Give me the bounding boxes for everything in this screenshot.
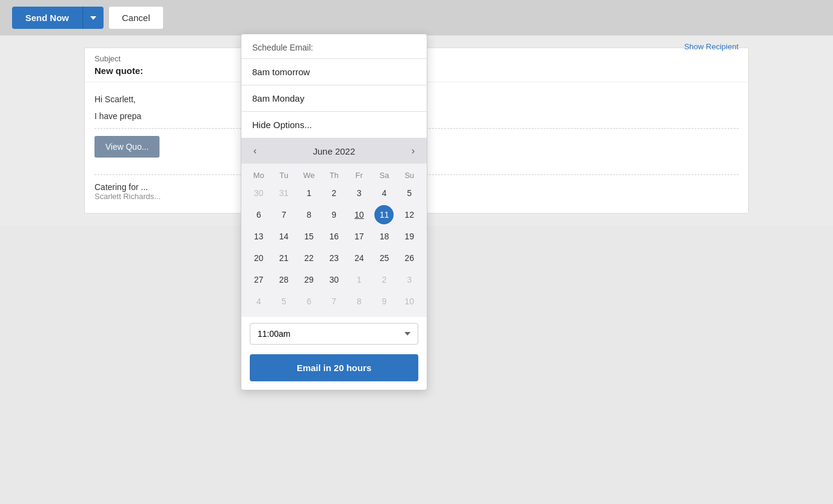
calendar-next-button[interactable]: › [408, 144, 418, 158]
calendar-header-row: Mo Tu We Th Fr Sa Su [246, 168, 422, 182]
chevron-down-icon [90, 16, 96, 20]
cal-day-26[interactable]: 26 [400, 248, 419, 268]
calendar-week-4: 20 21 22 23 24 25 26 [246, 247, 422, 269]
cal-day-27[interactable]: 27 [249, 270, 268, 289]
cal-day-2[interactable]: 2 [324, 183, 344, 203]
cal-day-15[interactable]: 15 [299, 227, 318, 246]
cal-header-we: We [296, 168, 321, 182]
calendar-month-label: June 2022 [313, 146, 355, 156]
calendar-week-6: 4 5 6 7 8 9 10 [246, 290, 422, 312]
cal-day-30-may[interactable]: 30 [249, 183, 268, 203]
time-section: 8:00am 9:00am 10:00am 11:00am 12:00pm 1:… [241, 317, 427, 351]
calendar-section: ‹ June 2022 › Mo Tu We Th Fr Sa Su 30 31… [241, 138, 427, 317]
cal-header-su: Su [397, 168, 422, 182]
cal-day-21[interactable]: 21 [274, 248, 294, 268]
cal-day-16[interactable]: 16 [324, 227, 344, 246]
cal-day-13[interactable]: 13 [249, 227, 268, 246]
cal-day-3-jul[interactable]: 3 [400, 270, 419, 289]
send-button-group: Send Now [12, 7, 104, 29]
cal-day-4-jul[interactable]: 4 [249, 292, 268, 311]
cal-day-6[interactable]: 6 [249, 205, 268, 224]
cal-header-fr: Fr [347, 168, 372, 182]
cal-day-2-jul[interactable]: 2 [374, 270, 394, 289]
toolbar: Send Now Cancel [0, 0, 833, 35]
cal-day-11-selected[interactable]: 11 [374, 205, 394, 224]
cal-day-20[interactable]: 20 [249, 248, 268, 268]
cal-day-7-jul[interactable]: 7 [324, 292, 344, 311]
cal-day-1[interactable]: 1 [299, 183, 318, 203]
send-now-button[interactable]: Send Now [12, 7, 82, 29]
cal-header-th: Th [321, 168, 347, 182]
cal-day-1-jul[interactable]: 1 [350, 270, 369, 289]
cal-day-8-jul[interactable]: 8 [350, 292, 369, 311]
cal-day-9-jul[interactable]: 9 [374, 292, 394, 311]
cal-day-9[interactable]: 9 [324, 205, 344, 224]
cal-day-29[interactable]: 29 [299, 270, 318, 289]
cal-day-5[interactable]: 5 [400, 183, 419, 203]
cal-day-14[interactable]: 14 [274, 227, 294, 246]
cal-day-28[interactable]: 28 [274, 270, 294, 289]
cal-day-19[interactable]: 19 [400, 227, 419, 246]
calendar-nav: ‹ June 2022 › [241, 138, 427, 164]
cal-day-30[interactable]: 30 [324, 270, 344, 289]
cal-header-mo: Mo [246, 168, 271, 182]
cal-day-25[interactable]: 25 [374, 248, 394, 268]
time-select[interactable]: 8:00am 9:00am 10:00am 11:00am 12:00pm 1:… [250, 323, 418, 345]
cal-day-4[interactable]: 4 [374, 183, 394, 203]
calendar-week-2: 6 7 8 9 10 11 12 [246, 204, 422, 226]
cal-day-8[interactable]: 8 [299, 205, 318, 224]
option-8am-tomorrow[interactable]: 8am tomorrow [241, 59, 427, 85]
cal-day-17[interactable]: 17 [350, 227, 369, 246]
calendar-grid: Mo Tu We Th Fr Sa Su 30 31 1 2 3 4 5 6 [241, 164, 427, 317]
send-dropdown-button[interactable] [82, 7, 104, 29]
cal-day-18[interactable]: 18 [374, 227, 394, 246]
email-schedule-button[interactable]: Email in 20 hours [250, 354, 418, 381]
cancel-button[interactable]: Cancel [108, 6, 164, 29]
cal-day-22[interactable]: 22 [299, 248, 318, 268]
calendar-week-1: 30 31 1 2 3 4 5 [246, 182, 422, 204]
cal-day-31-may[interactable]: 31 [274, 183, 294, 203]
cal-day-24[interactable]: 24 [350, 248, 369, 268]
hide-options-button[interactable]: Hide Options... [241, 112, 427, 138]
show-recipient-link[interactable]: Show Recipient [684, 42, 739, 51]
view-quote-button[interactable]: View Quo... [94, 136, 159, 158]
calendar-week-3: 13 14 15 16 17 18 19 [246, 226, 422, 247]
cal-day-7[interactable]: 7 [274, 205, 294, 224]
cal-header-tu: Tu [271, 168, 297, 182]
cal-header-sa: Sa [372, 168, 397, 182]
calendar-week-5: 27 28 29 30 1 2 3 [246, 269, 422, 290]
option-8am-monday[interactable]: 8am Monday [241, 85, 427, 111]
schedule-dropdown: Schedule Email: 8am tomorrow 8am Monday … [241, 34, 427, 390]
cal-day-23[interactable]: 23 [324, 248, 344, 268]
cal-day-10-today[interactable]: 10 [350, 205, 369, 224]
schedule-header: Schedule Email: [241, 34, 427, 59]
cal-day-6-jul[interactable]: 6 [299, 292, 318, 311]
calendar-prev-button[interactable]: ‹ [250, 144, 260, 158]
cal-day-5-jul[interactable]: 5 [274, 292, 294, 311]
cal-day-3[interactable]: 3 [350, 183, 369, 203]
cal-day-10-jul[interactable]: 10 [400, 292, 419, 311]
cal-day-12[interactable]: 12 [400, 205, 419, 224]
